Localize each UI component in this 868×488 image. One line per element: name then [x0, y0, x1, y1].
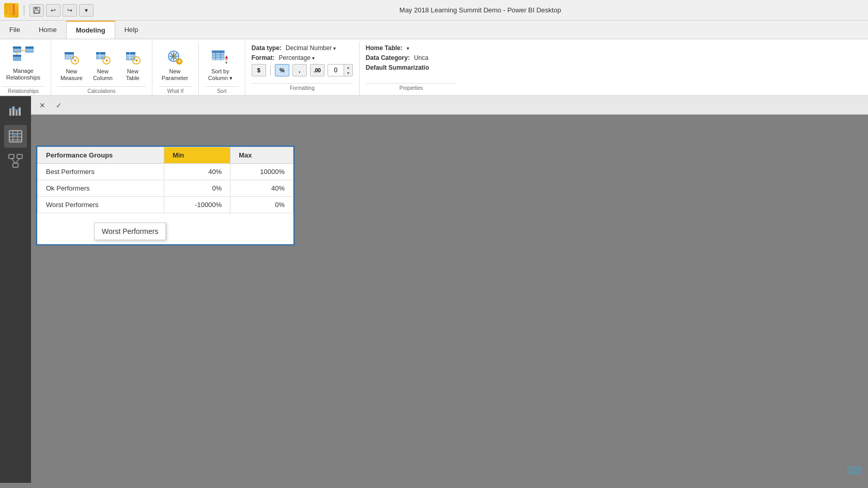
- ribbon: ManageRelationships Relationships: [0, 39, 868, 96]
- cell-max-2: 40%: [230, 180, 293, 197]
- comma-button[interactable]: ,: [292, 64, 307, 76]
- menu-home[interactable]: Home: [29, 21, 66, 39]
- svg-rect-1: [9, 6, 11, 15]
- cell-max-1: 10000%: [230, 164, 293, 180]
- format-label: Format:: [252, 54, 275, 61]
- main-layout: ✕ ✓ Performance Groups Min Max: [0, 96, 868, 483]
- cursor-indicator: ⌨: [847, 464, 862, 477]
- new-parameter-icon: ? +: [166, 49, 184, 67]
- format-row: Format: Percentage: [252, 54, 353, 61]
- table-row[interactable]: Ok Performers 0% 40%: [38, 180, 293, 197]
- ribbon-group-relationships-items: ManageRelationships: [2, 41, 44, 85]
- formula-cancel-button[interactable]: ✕: [35, 99, 50, 112]
- home-table-dropdown[interactable]: [407, 45, 409, 51]
- col-header-performance-groups: Performance Groups: [38, 147, 164, 164]
- currency-button[interactable]: $: [252, 64, 266, 76]
- sort-group-label: Sort: [205, 86, 239, 95]
- manage-relationships-button[interactable]: ManageRelationships: [2, 41, 44, 83]
- sidebar-icon-model[interactable]: [4, 150, 27, 172]
- new-column-button[interactable]: ✦ NewColumn: [90, 47, 116, 83]
- cell-min-2: 0%: [164, 180, 230, 197]
- formula-bar: ✕ ✓: [31, 96, 868, 115]
- ribbon-group-whatif-items: ? + NewParameter: [159, 41, 192, 85]
- tooltip-text: Worst Performers: [102, 227, 158, 235]
- data-category-label: Data Category:: [366, 54, 410, 61]
- decimal-up-button[interactable]: ▲: [344, 65, 352, 70]
- menu-file[interactable]: File: [0, 21, 29, 39]
- title-bar: ↩ ↪ ▾ May 2018 Learning Summit Demo - Po…: [0, 0, 868, 21]
- col-header-max: Max: [230, 147, 293, 164]
- table-header-row: Performance Groups Min Max: [38, 147, 293, 164]
- decimal-places-input[interactable]: 0 ▲ ▼: [328, 64, 353, 76]
- ribbon-group-whatif: ? + NewParameter What If: [152, 41, 199, 95]
- svg-rect-14: [13, 55, 21, 57]
- new-column-label: NewColumn: [93, 68, 113, 82]
- new-measure-icon: ✦: [62, 49, 81, 67]
- table-row[interactable]: Best Performers 40% 10000%: [38, 164, 293, 180]
- col-header-min[interactable]: Min: [164, 147, 230, 164]
- svg-rect-5: [35, 7, 38, 9]
- manage-relationships-label: ManageRelationships: [6, 68, 40, 81]
- cell-group-2: Ok Performers: [38, 180, 164, 197]
- default-summarization-row: Default Summarizatio: [366, 64, 457, 71]
- new-measure-button[interactable]: ✦ NewMeasure: [57, 47, 86, 83]
- svg-rect-19: [65, 52, 74, 54]
- content-area: Performance Groups Min Max Best Performe…: [31, 115, 868, 483]
- save-button[interactable]: [29, 4, 44, 17]
- svg-rect-0: [5, 8, 8, 15]
- svg-rect-2: [12, 4, 15, 15]
- ribbon-group-properties: Home Table: Data Category: Unca Default …: [360, 41, 463, 95]
- sort-by-column-button[interactable]: ▾ Sort byColumn ▾: [205, 47, 236, 83]
- decimal-spinners[interactable]: ▲ ▼: [344, 65, 352, 76]
- data-category-value: Unca: [414, 54, 428, 61]
- relationships-group-label: Relationships: [2, 86, 44, 95]
- svg-rect-33: [126, 52, 135, 54]
- format-dropdown[interactable]: Percentage: [279, 54, 315, 61]
- sort-by-column-label: Sort byColumn ▾: [208, 68, 233, 82]
- redo-button[interactable]: ↪: [63, 4, 77, 17]
- sidebar-icon-data[interactable]: [4, 125, 27, 148]
- decimal-more-button[interactable]: .00: [310, 64, 324, 76]
- ribbon-group-sort-items: ▾ Sort byColumn ▾: [205, 41, 239, 85]
- dropdown-button[interactable]: ▾: [79, 4, 94, 17]
- table-row[interactable]: Worst Performers -10000% 0%: [38, 197, 293, 213]
- title-controls[interactable]: ↩ ↪ ▾: [29, 4, 94, 17]
- svg-text:+: +: [178, 58, 181, 65]
- undo-button[interactable]: ↩: [46, 4, 60, 17]
- svg-rect-27: [96, 52, 105, 54]
- svg-rect-11: [25, 46, 34, 49]
- cell-group-1: Best Performers: [38, 164, 164, 180]
- new-table-label: NewTable: [126, 68, 140, 82]
- svg-rect-6: [35, 10, 39, 13]
- new-table-button[interactable]: ✦ NewTable: [120, 47, 146, 83]
- menu-modeling[interactable]: Modeling: [66, 21, 115, 39]
- home-table-label: Home Table:: [366, 44, 402, 52]
- sidebar: [0, 96, 31, 483]
- svg-rect-8: [13, 46, 21, 49]
- svg-text:✦: ✦: [73, 57, 78, 64]
- svg-rect-57: [9, 108, 11, 116]
- data-type-dropdown[interactable]: Decimal Number: [286, 44, 336, 52]
- new-column-icon: ✦: [94, 49, 112, 67]
- svg-text:▾: ▾: [226, 60, 228, 65]
- sort-by-column-icon: ▾: [211, 49, 229, 67]
- app-logo: [4, 3, 19, 18]
- default-summarization-label: Default Summarizatio: [366, 64, 429, 71]
- cell-group-3: Worst Performers: [38, 197, 164, 213]
- properties-group-label: Properties: [366, 83, 457, 92]
- menu-help[interactable]: Help: [115, 21, 148, 39]
- percent-button[interactable]: %: [275, 64, 289, 76]
- ribbon-group-calculations: ✦ NewMeasure ✦: [51, 41, 152, 95]
- title-divider: [24, 5, 24, 15]
- decimal-value-input[interactable]: 0: [328, 65, 344, 76]
- new-parameter-button[interactable]: ? + NewParameter: [159, 47, 191, 83]
- svg-rect-69: [17, 154, 22, 159]
- formula-confirm-button[interactable]: ✓: [52, 99, 66, 112]
- cell-max-3: 0%: [230, 197, 293, 213]
- new-parameter-label: NewParameter: [162, 68, 188, 82]
- new-measure-label: NewMeasure: [60, 68, 83, 82]
- format-buttons-row: $ % , .00 0 ▲ ▼: [252, 64, 353, 76]
- cell-min-1: 40%: [164, 164, 230, 180]
- decimal-down-button[interactable]: ▼: [344, 70, 352, 76]
- sidebar-icon-report[interactable]: [4, 100, 27, 123]
